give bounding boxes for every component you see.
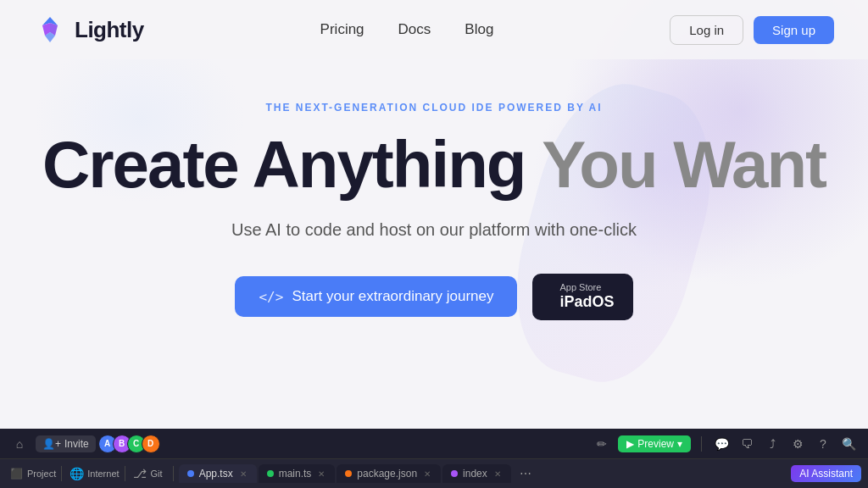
- navbar: Lightly Pricing Docs Blog Log in Sign up: [0, 0, 868, 59]
- tab-close-3[interactable]: ✕: [422, 469, 432, 479]
- tab-package-json[interactable]: package.json ✕: [337, 464, 441, 483]
- search-icon[interactable]: 🔍: [839, 435, 858, 453]
- ide-toolbar: ⌂ 👤+ Invite A B C D ✏ ▶ Preview ▾ 💬 🗨 ⤴: [0, 429, 868, 459]
- comment-icon[interactable]: 🗨: [737, 435, 756, 453]
- chevron-down-icon: ▾: [677, 438, 682, 450]
- separator: [701, 436, 702, 452]
- ide-toolbar-right: ✏ ▶ Preview ▾ 💬 🗨 ⤴ ⚙ ? 🔍: [593, 435, 858, 453]
- user-plus-icon: 👤+: [42, 438, 61, 450]
- nav-links: Pricing Docs Blog: [320, 21, 494, 38]
- avatar-4: D: [142, 435, 160, 453]
- nav-link-blog[interactable]: Blog: [465, 21, 493, 38]
- sep: [61, 466, 62, 481]
- avatar-group: A B C D: [103, 435, 160, 453]
- internet-icon[interactable]: 🌐: [67, 464, 86, 483]
- tab-dot-3: [345, 470, 352, 477]
- git-label: Git: [151, 469, 163, 479]
- hero-title-part1: Create Anything You Want: [42, 127, 826, 202]
- hero-section: THE NEXT-GENERATION CLOUD IDE POWERED BY…: [0, 59, 868, 320]
- ide-toolbar-left: ⌂ 👤+ Invite A B C D: [10, 435, 160, 453]
- tab-app-tsx[interactable]: App.tsx ✕: [179, 464, 257, 483]
- hero-title: Create Anything You Want: [42, 130, 826, 200]
- invite-label: Invite: [64, 438, 89, 450]
- cta-label: Start your extraordinary journey: [292, 288, 493, 305]
- nav-link-docs[interactable]: Docs: [398, 21, 431, 38]
- hero-buttons: </> Start your extraordinary journey App…: [235, 274, 632, 320]
- brand-name: Lightly: [75, 17, 144, 43]
- tab-main-ts[interactable]: main.ts ✕: [259, 464, 336, 483]
- project-icon[interactable]: ⬛: [7, 464, 25, 483]
- login-button[interactable]: Log in: [670, 15, 743, 45]
- ide-bar: ⌂ 👤+ Invite A B C D ✏ ▶ Preview ▾ 💬 🗨 ⤴: [0, 429, 868, 488]
- signup-button[interactable]: Sign up: [754, 16, 834, 44]
- settings-icon[interactable]: ⚙: [788, 435, 807, 453]
- pencil-icon[interactable]: ✏: [593, 435, 611, 453]
- invite-button[interactable]: 👤+ Invite: [36, 435, 96, 452]
- internet-label: Internet: [87, 469, 119, 479]
- ide-tabs: ⬛ Project 🌐 Internet ⎇ Git App.tsx ✕ mai…: [0, 459, 868, 488]
- hero-subtitle: Use AI to code and host on our platform …: [231, 220, 637, 240]
- tab-label-2: main.ts: [279, 468, 312, 480]
- tab-label-3: package.json: [357, 468, 417, 480]
- appstore-large-text: iPadOS: [559, 293, 614, 312]
- preview-label: Preview: [637, 438, 674, 450]
- tab-label-4: index: [463, 468, 487, 480]
- ai-assistant-button[interactable]: AI Assistant: [791, 465, 861, 482]
- project-label: Project: [27, 469, 56, 479]
- play-icon: ▶: [626, 438, 634, 450]
- appstore-small-text: App Store: [559, 282, 614, 293]
- appstore-button[interactable]: App Store iPadOS: [532, 274, 632, 320]
- sidebar-icons: ⬛ Project 🌐 Internet ⎇ Git: [7, 464, 163, 483]
- nav-link-pricing[interactable]: Pricing: [320, 21, 364, 38]
- logo[interactable]: Lightly: [34, 14, 144, 46]
- preview-button[interactable]: ▶ Preview ▾: [618, 435, 691, 452]
- share-icon[interactable]: ⤴: [763, 435, 782, 453]
- tab-dot-4: [451, 470, 458, 477]
- help-icon[interactable]: ?: [814, 435, 832, 453]
- code-icon: </>: [259, 289, 283, 305]
- tab-dot-1: [187, 470, 194, 477]
- sep2: [125, 466, 125, 481]
- appstore-text: App Store iPadOS: [559, 282, 614, 312]
- home-icon[interactable]: ⌂: [10, 435, 29, 453]
- tab-dot-2: [267, 470, 274, 477]
- hero-tagline: THE NEXT-GENERATION CLOUD IDE POWERED BY…: [265, 102, 602, 114]
- tab-close-4[interactable]: ✕: [492, 469, 503, 479]
- tab-close-1[interactable]: ✕: [238, 469, 248, 479]
- more-tabs-icon[interactable]: ⋯: [516, 464, 535, 483]
- logo-icon: [34, 14, 66, 46]
- tab-index[interactable]: index ✕: [442, 464, 511, 483]
- tab-label-1: App.tsx: [199, 468, 233, 480]
- chat-icon[interactable]: 💬: [712, 435, 731, 453]
- main-sep: [173, 466, 174, 481]
- tab-close-2[interactable]: ✕: [316, 469, 326, 479]
- nav-actions: Log in Sign up: [670, 15, 834, 45]
- cta-button[interactable]: </> Start your extraordinary journey: [235, 276, 517, 317]
- git-icon[interactable]: ⎇: [131, 464, 149, 483]
